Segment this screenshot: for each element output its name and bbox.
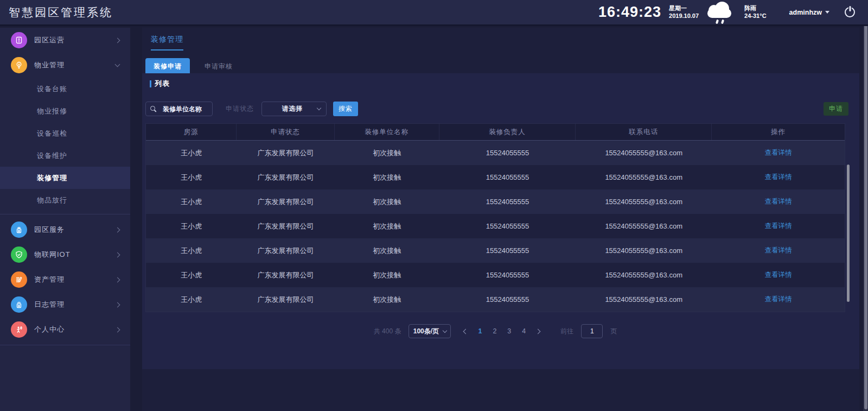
view-details-link[interactable]: 查看详情 — [765, 197, 792, 206]
search-icon — [150, 106, 157, 112]
table-cell: 15524055555 — [439, 189, 576, 214]
sidebar-item-日志管理[interactable]: 日志管理 — [0, 292, 130, 317]
table-cell: 王小虎 — [146, 238, 237, 263]
search-input[interactable] — [157, 105, 208, 113]
column-header: 操作 — [712, 124, 845, 140]
sidebar-item-label: 物业管理 — [34, 60, 65, 70]
weather-condition: 阵雨 — [744, 5, 766, 12]
chevron-down-icon — [443, 328, 447, 332]
sidebar-subitem-物业报修[interactable]: 物业报修 — [0, 100, 130, 122]
sidebar: 园区运营物业管理设备台账物业报修设备巡检设备维护装修管理物品放行园区服务物联网I… — [0, 28, 130, 411]
header-right: 16:49:23 星期一 2019.10.07 阵雨 24-31°C admin… — [598, 2, 868, 23]
window-scrollbar-thumb[interactable] — [864, 1, 867, 409]
sidebar-subitem-装修管理[interactable]: 装修管理 — [0, 167, 130, 189]
cloud-rain-icon — [706, 2, 737, 23]
section-title: 列表 — [145, 79, 859, 88]
table-cell: 初次接触 — [335, 287, 439, 312]
sidebar-item-label: 园区服务 — [34, 225, 65, 235]
next-page-icon[interactable] — [535, 328, 541, 334]
sidebar-item-园区服务[interactable]: 园区服务 — [0, 217, 130, 242]
subtab-装修申请[interactable]: 装修申请 — [145, 58, 190, 75]
sidebar-subitem-设备巡检[interactable]: 设备巡检 — [0, 122, 130, 144]
table-cell: 广东发展有限公司 — [237, 214, 334, 238]
table-cell: 15524055555 — [439, 287, 576, 312]
prev-page-icon[interactable] — [463, 328, 469, 334]
sidebar-subitem-设备维护[interactable]: 设备维护 — [0, 144, 130, 167]
pagination: 共 400 条 100条/页 1234 前往 页 — [145, 324, 845, 338]
log-icon — [11, 296, 27, 313]
chevron-down-icon — [825, 11, 829, 14]
table-cell: 初次接触 — [335, 263, 439, 287]
page-size-select[interactable]: 100条/页 — [409, 324, 451, 338]
table-header-row: 房源申请状态装修单位名称装修负责人联系电话操作 — [146, 124, 845, 141]
sidebar-subitem-设备台账[interactable]: 设备台账 — [0, 78, 130, 100]
sidebar-item-个人中心[interactable]: 个人中心 — [0, 317, 130, 342]
table-row: 王小虎广东发展有限公司初次接触1552405555515524055555@16… — [146, 263, 845, 287]
table-cell: 王小虎 — [146, 165, 237, 189]
status-select[interactable]: 请选择 — [261, 102, 327, 116]
column-header: 装修负责人 — [439, 124, 576, 140]
user-menu[interactable]: adminhzw — [789, 9, 829, 16]
sidebar-item-物联网IOT[interactable]: 物联网IOT — [0, 242, 130, 267]
pagination-total: 共 400 条 — [374, 327, 401, 336]
weather-temperature: 24-31°C — [744, 12, 766, 20]
window-scrollbar[interactable] — [863, 0, 868, 411]
page-number-3[interactable]: 3 — [505, 327, 514, 335]
table-scrollbar[interactable] — [847, 165, 850, 302]
view-details-link[interactable]: 查看详情 — [765, 270, 792, 280]
chevron-right-icon — [115, 327, 120, 332]
table: 房源申请状态装修单位名称装修负责人联系电话操作 王小虎广东发展有限公司初次接触1… — [145, 123, 845, 312]
power-icon[interactable] — [845, 7, 855, 17]
sidebar-divider — [0, 345, 130, 345]
table-row: 王小虎广东发展有限公司初次接触1552405555515524055555@16… — [146, 189, 845, 214]
apply-button[interactable]: 申请 — [824, 102, 848, 116]
sidebar-item-资产管理[interactable]: 资产管理 — [0, 267, 130, 292]
view-details-link[interactable]: 查看详情 — [765, 246, 792, 255]
subtab-申请审核[interactable]: 申请审核 — [196, 58, 241, 75]
view-details-link[interactable]: 查看详情 — [765, 173, 792, 182]
table-cell: 初次接触 — [335, 189, 439, 214]
sidebar-divider — [0, 214, 130, 214]
chevron-right-icon — [115, 302, 120, 307]
page-number-1[interactable]: 1 — [475, 327, 484, 335]
shield-icon — [11, 246, 27, 263]
column-header: 装修单位名称 — [335, 124, 439, 140]
table-cell: 王小虎 — [146, 214, 237, 238]
column-header: 联系电话 — [576, 124, 712, 140]
table-cell: 广东发展有限公司 — [237, 287, 334, 312]
goto-suffix: 页 — [610, 327, 617, 336]
goto-page-input[interactable] — [581, 324, 603, 338]
table-cell: 15524055555@163.com — [576, 263, 712, 287]
table-cell: 15524055555@163.com — [576, 189, 712, 214]
column-header: 申请状态 — [237, 124, 334, 140]
table-cell: 王小虎 — [146, 287, 237, 312]
tab-decoration-management[interactable]: 装修管理 — [151, 35, 183, 50]
sidebar-item-园区运营[interactable]: 园区运营 — [0, 28, 130, 53]
top-header: 智慧园区管理系统 16:49:23 星期一 2019.10.07 阵雨 24-3… — [0, 0, 868, 26]
page-number-4[interactable]: 4 — [519, 327, 528, 335]
clock: 16:49:23 — [598, 4, 661, 21]
table-cell: 15524055555 — [439, 165, 576, 189]
sidebar-subitem-物品放行[interactable]: 物品放行 — [0, 189, 130, 211]
chevron-right-icon — [115, 37, 120, 43]
sidebar-item-label: 物联网IOT — [34, 250, 71, 260]
bulb-icon — [11, 57, 27, 73]
sidebar-item-物业管理[interactable]: 物业管理 — [0, 53, 130, 78]
asset-icon — [11, 271, 27, 288]
view-details-link[interactable]: 查看详情 — [765, 222, 792, 231]
search-box[interactable] — [145, 102, 213, 116]
view-details-link[interactable]: 查看详情 — [765, 148, 792, 157]
main-content: 装修管理 装修申请申请审核 列表 申请状态 请选择 搜索 申请 房源申请状态装修… — [142, 28, 859, 411]
section-accent-bar — [150, 80, 151, 87]
table-cell: 15524055555 — [439, 141, 576, 165]
table-cell: 15524055555 — [439, 214, 576, 238]
page-number-2[interactable]: 2 — [490, 327, 499, 335]
table-cell: 广东发展有限公司 — [237, 263, 334, 287]
table-cell: 15524055555@163.com — [576, 165, 712, 189]
table-cell: 广东发展有限公司 — [237, 238, 334, 263]
user-name: adminhzw — [789, 9, 822, 16]
sidebar-item-label: 个人中心 — [34, 325, 65, 334]
search-button[interactable]: 搜索 — [333, 102, 358, 116]
table-cell: 15524055555 — [439, 263, 576, 287]
view-details-link[interactable]: 查看详情 — [765, 295, 792, 304]
